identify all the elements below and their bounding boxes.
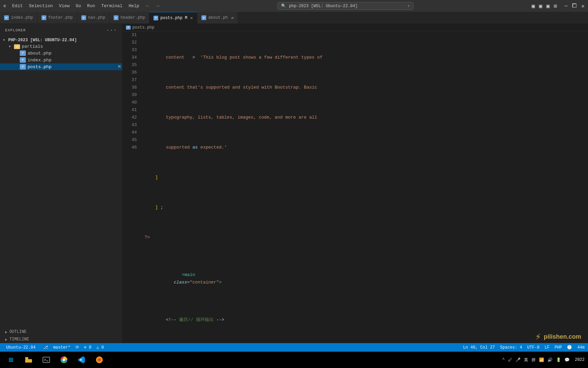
sidebar-item-posts[interactable]: P posts.php M <box>0 63 122 70</box>
tray-notification[interactable]: 💬 <box>565 357 570 363</box>
sidebar-item-about[interactable]: P about.php <box>0 50 122 57</box>
explorer-header: EXPLORER ··· <box>0 24 122 37</box>
outline-label: OUTLINE <box>10 329 27 334</box>
layout-icon-1[interactable]: ▣ <box>532 3 535 10</box>
lightning-icon: ⚡ <box>535 331 541 342</box>
layout-icon-3[interactable]: ▣ <box>546 3 550 10</box>
menu-go[interactable]: Go <box>76 3 81 9</box>
errors-count[interactable]: ⊘ 0 <box>84 345 92 350</box>
tab-index[interactable]: P index.php <box>0 12 37 24</box>
menu-run[interactable]: Run <box>87 3 95 9</box>
php-file-icon: P <box>20 64 26 70</box>
php-icon: P <box>114 15 118 20</box>
spaces[interactable]: Spaces: 4 <box>500 345 522 350</box>
spacer <box>14 64 20 69</box>
sidebar-file-label: about.php <box>28 51 51 56</box>
warnings-count[interactable]: △ 0 <box>96 345 104 350</box>
menu-terminal[interactable]: Terminal <box>101 3 122 9</box>
svg-point-8 <box>98 359 100 361</box>
taskbar-chrome[interactable] <box>56 352 71 367</box>
eol[interactable]: LF <box>544 345 549 350</box>
ubuntu-label: Ubuntu-22.04 <box>6 345 35 350</box>
tab-label-nav: nav.php <box>88 15 105 20</box>
tray-pen[interactable]: 🖊 <box>508 357 512 363</box>
tray-battery[interactable]: 🔋 <box>556 357 561 363</box>
tab-bar: P index.php P footer.php P nav.php P hea… <box>0 12 588 24</box>
sidebar-bottom: ▶ OUTLINE ▶ TIMELINE <box>0 328 122 343</box>
svg-rect-1 <box>25 359 32 363</box>
taskbar: ⊞ <box>0 352 588 368</box>
menu-bar: e Edit Selection View Go Run Terminal He… <box>3 3 139 9</box>
tab-posts[interactable]: P posts.php M ✕ <box>149 12 197 24</box>
project-root[interactable]: ▾ PHP-2023 [WSL: UBUNTU-22.04] <box>0 37 122 43</box>
php-icon: P <box>4 15 9 20</box>
encoding[interactable]: UTF-8 <box>527 345 539 350</box>
chevron-right-icon: ▶ <box>5 330 7 334</box>
taskbar-vscode[interactable] <box>74 352 89 367</box>
clock-icon: 🕐 <box>567 345 572 350</box>
tray-lang2[interactable]: 拼 <box>532 357 536 363</box>
ubuntu-indicator[interactable]: Ubuntu-22.04 <box>3 344 38 351</box>
menu-help[interactable]: Help <box>129 3 139 9</box>
start-button[interactable]: ⊞ <box>3 352 18 367</box>
tab-about[interactable]: P about.ph ⇄ <box>197 12 238 24</box>
sidebar-more-icon[interactable]: ··· <box>106 27 117 33</box>
time-elapsed: 44m <box>577 345 585 350</box>
project-name: PHP-2023 [WSL: UBUNTU-22.04] <box>8 38 77 43</box>
sidebar-file-label: posts.php <box>28 64 51 70</box>
breadcrumb-bar: P posts.php <box>122 24 588 31</box>
menu-view[interactable]: View <box>59 3 69 9</box>
tab-header[interactable]: P header.php <box>110 12 149 24</box>
taskbar-terminal[interactable] <box>39 352 54 367</box>
tab-label-header: header.php <box>120 15 145 20</box>
language[interactable]: PHP <box>555 345 562 350</box>
chevron-down-icon: ▾ <box>3 37 8 43</box>
close-button[interactable]: ✕ <box>581 3 585 10</box>
minimize-button[interactable]: — <box>565 3 568 9</box>
tray-mic[interactable]: 🎤 <box>516 357 521 363</box>
layout-icon-2[interactable]: ▣ <box>539 3 542 10</box>
search-box[interactable]: 🔍 php-2023 [WSL: Ubuntu-22.04] ▾ <box>277 2 413 10</box>
spacer <box>14 58 20 62</box>
php-icon: P <box>153 16 158 20</box>
statusbar-right: Ln 40, Col 27 Spaces: 4 UTF-8 LF PHP 🕐 4… <box>463 345 585 350</box>
sidebar-item-partials[interactable]: ▾ 📁 partials <box>0 43 122 50</box>
window-controls: ▣ ▣ ▣ ⊞ — ⧠ ✕ <box>532 3 585 10</box>
chevron-right-icon: ▶ <box>5 337 7 342</box>
titlebar: e Edit Selection View Go Run Terminal He… <box>0 0 588 12</box>
tab-footer[interactable]: P footer.php <box>37 12 77 24</box>
branch-name[interactable]: master* <box>53 345 70 350</box>
tab-label-index: index.php <box>11 15 33 20</box>
taskbar-files[interactable] <box>21 352 36 367</box>
sidebar-folder-label: partials <box>22 44 43 49</box>
branch-icon: ⎇ <box>43 345 48 350</box>
taskbar-firefox[interactable] <box>92 352 107 367</box>
code-content[interactable]: content > 'This blog post shows a few di… <box>140 31 588 343</box>
sidebar-item-outline[interactable]: ▶ OUTLINE <box>0 328 122 336</box>
tab-nav[interactable]: P nav.php <box>77 12 110 24</box>
cursor-position[interactable]: Ln 40, Col 27 <box>463 345 495 350</box>
php-file-icon: P <box>20 50 26 56</box>
tray-wifi[interactable]: 📶 <box>539 357 544 363</box>
layout-icon-4[interactable]: ⊞ <box>554 3 557 10</box>
nav-forward-icon[interactable]: → <box>156 3 160 9</box>
menu-selection[interactable]: Selection <box>29 3 53 9</box>
sidebar-item-index[interactable]: P index.php <box>0 57 122 63</box>
sidebar-item-timeline[interactable]: ▶ TIMELINE <box>0 336 122 343</box>
maximize-button[interactable]: ⧠ <box>572 3 577 9</box>
nav-back-icon[interactable]: ← <box>146 3 149 9</box>
tray-volume[interactable]: 🔊 <box>548 357 553 363</box>
sync-icon[interactable]: ⟳ <box>76 345 79 350</box>
tab-close-posts[interactable]: ✕ <box>190 15 193 21</box>
search-area: 🔍 php-2023 [WSL: Ubuntu-22.04] ▾ <box>166 2 525 10</box>
code-editor[interactable]: 31 32 33 34 35 36 37 38 39 40 41 42 43 4… <box>122 31 588 343</box>
taskbar-clock[interactable]: 2022 <box>575 357 585 362</box>
menu-edit[interactable]: Edit <box>12 3 23 9</box>
menu-file[interactable]: e <box>3 3 6 9</box>
tray-lang1[interactable]: 英 <box>524 357 528 363</box>
chevron-down-icon: ▾ <box>9 44 14 49</box>
php-file-icon: P <box>20 57 26 63</box>
tray-caret[interactable]: ^ <box>502 357 505 362</box>
folder-icon: 📁 <box>14 44 20 49</box>
sidebar: EXPLORER ··· ▾ PHP-2023 [WSL: UBUNTU-22.… <box>0 24 122 343</box>
